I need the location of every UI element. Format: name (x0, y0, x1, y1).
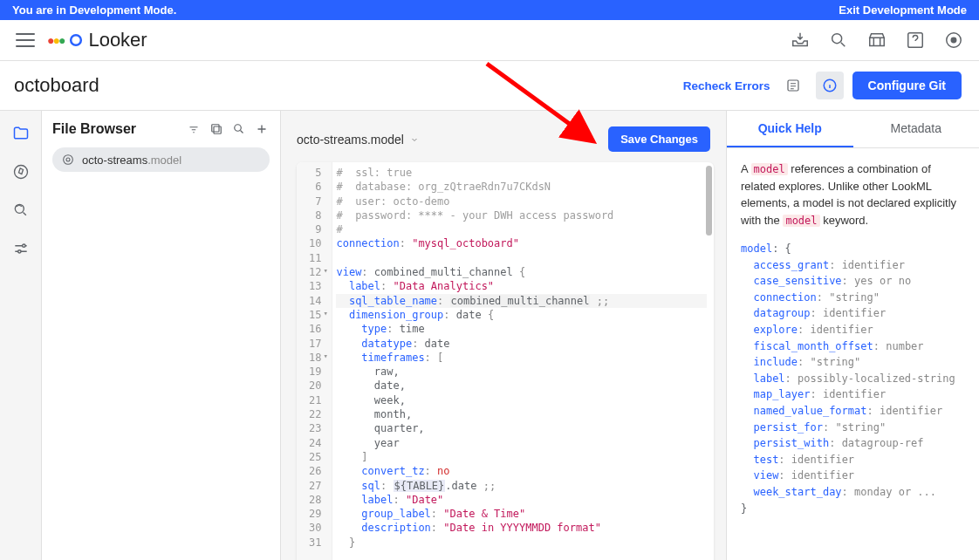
copy-icon[interactable] (209, 121, 224, 137)
sidebar-icons (0, 111, 42, 560)
file-item-octo-streams[interactable]: octo-streams.model (52, 147, 270, 172)
target-icon (61, 153, 75, 167)
configure-git-button[interactable]: Configure Git (852, 72, 962, 99)
panel-tabs: Quick Help Metadata (727, 111, 979, 148)
folder-icon[interactable] (3, 116, 38, 151)
code-editor[interactable]: 5678910111213141516171819202122232425262… (297, 162, 714, 560)
tab-metadata[interactable]: Metadata (853, 111, 980, 147)
svg-rect-12 (212, 125, 219, 132)
logo-circle-icon (67, 31, 85, 49)
project-header: octoboard Recheck Errors Configure Git (0, 61, 979, 111)
search-icon[interactable] (829, 31, 848, 50)
svg-point-9 (22, 244, 24, 247)
info-icon[interactable] (816, 72, 844, 99)
logo-text: Looker (88, 29, 147, 51)
refresh-search-icon[interactable] (3, 193, 38, 228)
svg-point-7 (14, 166, 27, 179)
logo-dots-icon: ●●● (47, 33, 64, 47)
hamburger-menu-icon[interactable] (16, 33, 35, 47)
file-tab[interactable]: octo-streams.model (297, 133, 420, 147)
svg-point-1 (832, 34, 842, 44)
file-browser-title: File Browser (52, 121, 136, 137)
dev-mode-banner: You are in Development Mode. Exit Develo… (0, 0, 979, 20)
account-icon[interactable] (944, 31, 963, 50)
search-files-icon[interactable] (231, 121, 247, 137)
right-panel: Quick Help Metadata A model references a… (726, 111, 979, 560)
editor-panel: octo-streams.model Save Changes 56789101… (281, 111, 726, 560)
marketplace-icon[interactable] (867, 31, 887, 50)
dev-mode-text: You are in Development Mode. (12, 3, 176, 17)
help-icon[interactable] (906, 31, 925, 50)
svg-point-10 (17, 250, 20, 253)
svg-point-14 (64, 155, 73, 165)
gutter: 5678910111213141516171819202122232425262… (297, 162, 332, 560)
tab-quick-help[interactable]: Quick Help (727, 111, 853, 147)
help-body: A model references a combination of rela… (727, 148, 979, 529)
save-changes-button[interactable]: Save Changes (608, 126, 710, 152)
file-item-name: octo-streams.model (82, 154, 181, 167)
top-nav: ●●● Looker (0, 20, 979, 61)
file-browser-panel: File Browser octo-streams.model (42, 111, 281, 560)
help-schema: model: { access_grant: identifier case_s… (741, 241, 965, 516)
looker-logo[interactable]: ●●● Looker (47, 29, 147, 51)
project-title: octoboard (14, 74, 99, 97)
exit-dev-mode-link[interactable]: Exit Development Mode (839, 3, 967, 17)
main-area: File Browser octo-streams.model octo-str… (0, 111, 979, 560)
svg-point-15 (66, 158, 70, 161)
chevron-down-icon (409, 134, 420, 145)
file-tab-label: octo-streams.model (297, 133, 404, 147)
svg-point-13 (235, 125, 242, 132)
compass-icon[interactable] (3, 154, 38, 189)
inbox-icon[interactable] (791, 31, 810, 50)
sort-icon[interactable] (186, 121, 202, 137)
add-file-icon[interactable] (254, 121, 270, 137)
validation-results-icon[interactable] (779, 72, 807, 99)
scrollbar-thumb[interactable] (706, 166, 712, 236)
recheck-errors-link[interactable]: Recheck Errors (683, 79, 770, 92)
code-content[interactable]: # ssl: true# database: org_zQtraeRdn7u7C… (332, 162, 714, 560)
svg-point-0 (72, 35, 82, 45)
settings-sliders-icon[interactable] (3, 231, 38, 266)
svg-rect-11 (214, 126, 221, 133)
help-intro: A model references a combination of rela… (741, 160, 965, 229)
svg-point-4 (951, 38, 956, 43)
